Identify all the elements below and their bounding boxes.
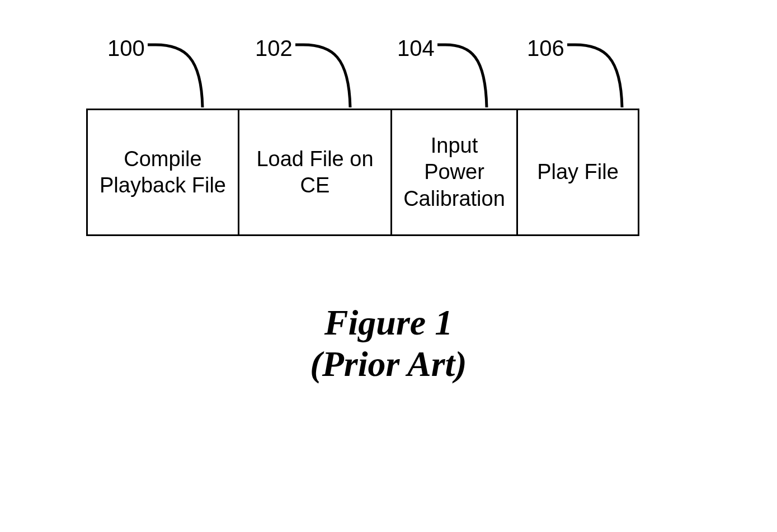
- box-label: Play File: [537, 159, 619, 186]
- box-input-power-calibration: InputPowerCalibration: [390, 109, 518, 236]
- callout-104: 104: [397, 36, 435, 61]
- figure-caption: Figure 1 (Prior Art): [0, 302, 777, 384]
- leader-102: [293, 40, 366, 113]
- box-label: InputPowerCalibration: [403, 133, 505, 213]
- callout-106: 106: [527, 36, 564, 61]
- caption-line-1: Figure 1: [0, 302, 777, 343]
- figure-canvas: 100 102 104 106 CompilePlayback File Loa…: [0, 0, 777, 532]
- flow-row: CompilePlayback File Load File onCE Inpu…: [86, 109, 639, 236]
- leader-106: [565, 40, 638, 113]
- callout-100: 100: [107, 36, 145, 61]
- box-label: CompilePlayback File: [100, 146, 226, 199]
- leader-104: [435, 40, 502, 113]
- callout-102: 102: [255, 36, 293, 61]
- box-play-file: Play File: [516, 109, 639, 236]
- box-compile-playback-file: CompilePlayback File: [86, 109, 239, 236]
- caption-line-2: (Prior Art): [0, 343, 777, 385]
- box-load-file-on-ce: Load File onCE: [238, 109, 392, 236]
- box-label: Load File onCE: [256, 146, 373, 199]
- leader-100: [145, 40, 218, 113]
